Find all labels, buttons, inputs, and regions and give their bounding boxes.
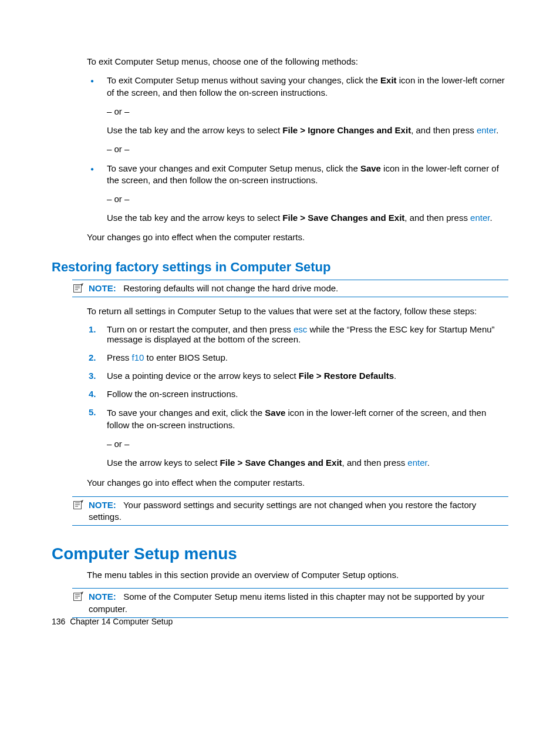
text: .	[496, 125, 498, 135]
note-label: NOTE:	[89, 283, 116, 293]
note-icon	[73, 283, 84, 293]
restoring-heading: Restoring factory settings in Computer S…	[52, 260, 508, 275]
menus-heading: Computer Setup menus	[52, 545, 508, 563]
restart-effect-text-2: Your changes go into effect when the com…	[87, 477, 508, 489]
menu-path: File > Ignore Changes and Exit	[282, 125, 411, 135]
text: Use the arrow keys to select	[107, 458, 220, 468]
restore-intro: To return all settings in Computer Setup…	[87, 305, 508, 317]
text: .	[394, 371, 396, 381]
step-4: Follow the on-screen instructions.	[87, 389, 508, 399]
svg-rect-1	[74, 501, 82, 509]
or-separator: – or –	[107, 106, 508, 117]
step-1: Turn on or restart the computer, and the…	[87, 324, 508, 344]
note-icon	[73, 592, 84, 601]
note-body: NOTE: Some of the Computer Setup menu it…	[72, 591, 508, 615]
text: To exit Computer Setup menus without sav…	[107, 75, 380, 85]
note-text: Some of the Computer Setup menu items li…	[89, 592, 485, 613]
nested-block: – or – Use the tab key and the arrow key…	[107, 106, 508, 156]
enter-key: enter	[407, 458, 427, 468]
step-5: To save your changes and exit, click the…	[87, 407, 508, 469]
note-body: NOTE: Restoring defaults will not change…	[72, 283, 508, 294]
text: Press	[107, 352, 132, 362]
enter-key: enter	[470, 213, 490, 223]
text: .	[490, 213, 492, 223]
text: To save your changes and exit Computer S…	[107, 163, 360, 173]
exit-bold: Exit	[380, 75, 397, 85]
page-footer: 136 Chapter 14 Computer Setup	[52, 617, 173, 626]
text: , and then press	[342, 458, 408, 468]
step-2: Press f10 to enter BIOS Setup.	[87, 352, 508, 362]
exit-save-text: To save your changes and exit Computer S…	[107, 163, 508, 187]
esc-key: esc	[294, 324, 307, 334]
or-separator: – or –	[107, 193, 508, 205]
text: .	[427, 458, 430, 468]
or-separator: – or –	[107, 438, 508, 450]
text: To save your changes and exit, click the	[107, 408, 265, 418]
note-unsupported-items: NOTE: Some of the Computer Setup menu it…	[72, 588, 508, 618]
note-password-security: NOTE: Your password settings and securit…	[72, 496, 508, 526]
text: to enter BIOS Setup.	[144, 352, 228, 362]
svg-rect-2	[74, 593, 82, 601]
step-3: Use a pointing device or the arrow keys …	[87, 371, 508, 381]
menu-path: File > Save Changes and Exit	[282, 213, 404, 223]
page-number: 136	[52, 617, 65, 626]
save-changes-text: Use the tab key and the arrow keys to se…	[107, 212, 508, 224]
text: , and then press	[411, 125, 477, 135]
svg-rect-0	[74, 284, 82, 292]
chapter-title: Chapter 14 Computer Setup	[70, 617, 173, 626]
save-bold: Save	[360, 163, 381, 173]
note-label: NOTE:	[89, 592, 116, 601]
f10-key: f10	[132, 352, 144, 362]
restart-effect-text: Your changes go into effect when the com…	[87, 231, 508, 243]
text: , and then press	[404, 213, 470, 223]
step5-alt: Use the arrow keys to select File > Save…	[107, 457, 508, 469]
menu-path: File > Restore Defaults	[299, 371, 394, 381]
nested-block: – or – Use the tab key and the arrow key…	[107, 193, 508, 224]
exit-methods-list: To exit Computer Setup menus without sav…	[87, 75, 508, 224]
ignore-changes-text: Use the tab key and the arrow keys to se…	[107, 125, 508, 136]
exit-with-saving-item: To save your changes and exit Computer S…	[87, 163, 508, 224]
text: Use a pointing device or the arrow keys …	[107, 371, 299, 381]
note-text: Your password settings and security sett…	[89, 500, 476, 522]
enter-key: enter	[477, 125, 496, 135]
save-bold: Save	[265, 408, 285, 418]
menus-intro: The menu tables in this section provide …	[87, 569, 508, 581]
step5-main: To save your changes and exit, click the…	[107, 407, 508, 431]
exit-no-save-text: To exit Computer Setup menus without sav…	[107, 75, 508, 99]
note-label: NOTE:	[89, 500, 116, 510]
note-restore-defaults: NOTE: Restoring defaults will not change…	[72, 280, 508, 297]
text: Use the tab key and the arrow keys to se…	[107, 125, 282, 135]
intro-paragraph: To exit Computer Setup menus, choose one…	[87, 56, 508, 68]
restore-steps: Turn on or restart the computer, and the…	[87, 324, 508, 469]
note-body: NOTE: Your password settings and securit…	[72, 499, 508, 523]
text: Use the tab key and the arrow keys to se…	[107, 213, 282, 223]
note-text: Restoring defaults will not change the h…	[123, 283, 338, 293]
menu-path: File > Save Changes and Exit	[220, 458, 342, 468]
text: Turn on or restart the computer, and the…	[107, 324, 294, 334]
or-separator: – or –	[107, 143, 508, 155]
exit-without-saving-item: To exit Computer Setup menus without sav…	[87, 75, 508, 155]
page: To exit Computer Setup menus, choose one…	[0, 0, 560, 661]
note-icon	[73, 500, 84, 509]
